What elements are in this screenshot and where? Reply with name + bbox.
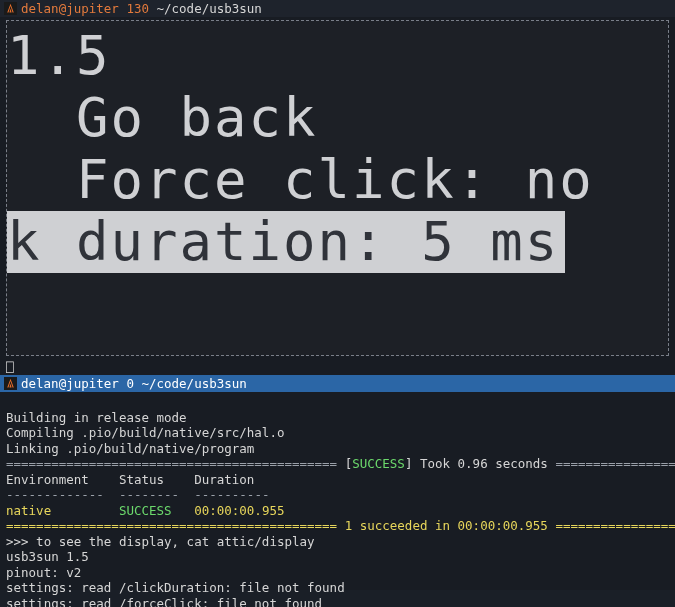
build-line: Linking .pio/build/native/program <box>6 441 254 456</box>
table-divider: ------------- -------- ---------- <box>6 487 269 502</box>
title-text: delan@jupiter 0 ~/code/usb3sun <box>21 376 247 391</box>
alacritty-icon <box>4 2 17 15</box>
output-line: settings: read /clickDuration: file not … <box>6 580 345 595</box>
output-line: >>> to see the display, cat attic/displa… <box>6 534 315 549</box>
top-pane: delan@jupiter 130 ~/code/usb3sun 1.5 Go … <box>0 0 675 375</box>
title-text: delan@jupiter 130 ~/code/usb3sun <box>21 1 262 16</box>
status-bar: ========================================… <box>6 456 675 471</box>
bottom-pane-titlebar[interactable]: delan@jupiter 0 ~/code/usb3sun <box>0 375 675 392</box>
table-header: Environment Status Duration <box>6 472 254 487</box>
summary-bar: ========================================… <box>6 518 675 533</box>
table-row: native SUCCESS 00:00:00.955 <box>6 503 284 518</box>
terminal-output[interactable]: Building in release mode Compiling .pio/… <box>0 392 675 607</box>
menu-item-go-back[interactable]: Go back <box>7 87 668 149</box>
menu-item-force-click[interactable]: Force click: no <box>7 149 668 211</box>
top-pane-titlebar[interactable]: delan@jupiter 130 ~/code/usb3sun <box>0 0 675 17</box>
output-line: settings: read /forceClick: file not fou… <box>6 596 322 608</box>
output-line: usb3sun 1.5 <box>6 549 89 564</box>
menu-item-click-duration[interactable]: k duration: 5 ms <box>7 211 565 273</box>
build-line: Compiling .pio/build/native/src/hal.o <box>6 425 284 440</box>
cursor-glyph: ⎕ <box>6 360 14 375</box>
build-line: Building in release mode <box>6 410 187 425</box>
bottom-pane: delan@jupiter 0 ~/code/usb3sun Building … <box>0 375 675 590</box>
alacritty-icon <box>4 377 17 390</box>
display-frame: 1.5 Go back Force click: no k duration: … <box>6 20 669 356</box>
display-version: 1.5 <box>7 25 668 87</box>
output-line: pinout: v2 <box>6 565 81 580</box>
